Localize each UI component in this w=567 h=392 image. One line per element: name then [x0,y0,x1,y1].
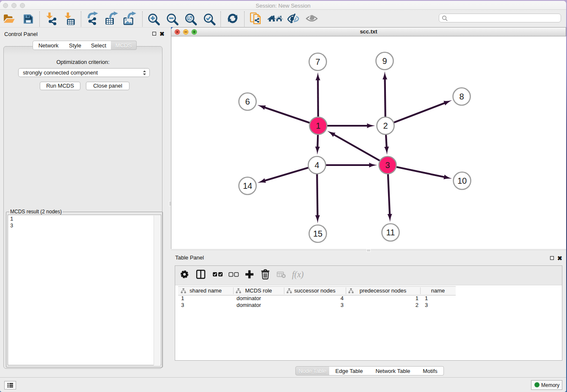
svg-text:11: 11 [386,228,395,237]
svg-text:1: 1 [316,121,320,130]
svg-text:f(x): f(x) [292,270,304,279]
svg-text:4: 4 [314,160,319,170]
svg-text:9: 9 [382,56,387,66]
svg-text:6: 6 [245,97,250,106]
svg-text:2: 2 [383,121,388,130]
svg-text:3: 3 [385,160,390,170]
svg-text:7: 7 [315,57,320,66]
svg-text:14: 14 [243,181,252,190]
svg-text:10: 10 [457,176,467,185]
svg-text:15: 15 [313,229,322,238]
svg-text:8: 8 [459,92,464,101]
